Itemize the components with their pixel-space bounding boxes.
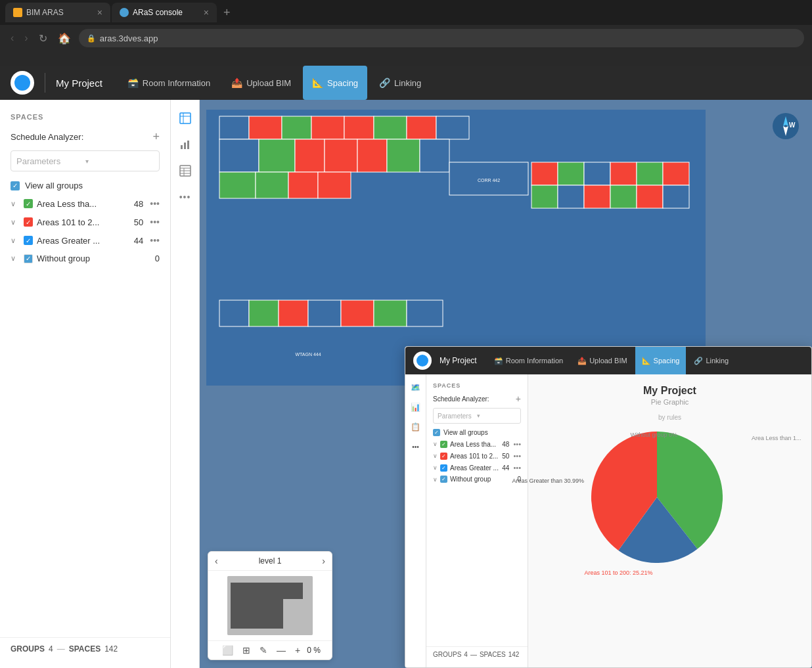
sec-group-checkbox-1[interactable]: ✓ bbox=[440, 453, 447, 460]
upload-bim-icon: 📤 bbox=[231, 78, 242, 88]
svg-rect-48 bbox=[374, 300, 407, 326]
group-chevron-0[interactable]: ∨ bbox=[11, 200, 20, 208]
sec-view-all-checkbox[interactable]: ✓ bbox=[433, 429, 440, 436]
sec-schedule-label: Schedule Analyzer: bbox=[433, 395, 489, 403]
groups-count: 4 bbox=[49, 644, 53, 654]
group-count-2: 44 bbox=[127, 236, 143, 246]
svg-rect-19 bbox=[259, 139, 295, 172]
sec-tab-room-info[interactable]: 🗃️ Room Information bbox=[487, 347, 570, 374]
compass: W bbox=[773, 113, 799, 139]
svg-rect-36 bbox=[663, 162, 689, 185]
sec-group-dots-2[interactable]: ••• bbox=[513, 464, 521, 472]
sec-add-button[interactable]: + bbox=[516, 393, 521, 404]
sec-group-dots-0[interactable]: ••• bbox=[513, 440, 521, 448]
sec-group-checkbox-3[interactable]: ✓ bbox=[440, 476, 447, 483]
browser-tab-aras[interactable]: ARaS console × bbox=[112, 3, 217, 22]
svg-rect-14 bbox=[344, 116, 374, 139]
group-dots-2[interactable]: ••• bbox=[150, 235, 160, 246]
schedule-add-button[interactable]: + bbox=[152, 130, 160, 144]
sec-tab-upload-bim-label: Upload BIM bbox=[589, 357, 627, 365]
schedule-label: Schedule Analyzer: bbox=[11, 132, 83, 142]
mini-nav-footer: ⬜ ⊞ ✎ — + 0 % bbox=[208, 640, 332, 659]
mini-nav-prev[interactable]: ‹ bbox=[215, 556, 218, 566]
params-dropdown[interactable]: Parameters ▾ bbox=[11, 150, 160, 171]
sec-group-checkbox-2[interactable]: ✓ bbox=[440, 464, 447, 472]
sec-table-icon[interactable]: 📋 bbox=[408, 419, 424, 435]
app-logo-inner bbox=[14, 75, 30, 91]
group-checkbox-0[interactable]: ✓ bbox=[24, 199, 33, 208]
tool-zoom-in[interactable]: + bbox=[292, 644, 303, 657]
sec-group-chevron-0[interactable]: ∨ bbox=[433, 441, 438, 447]
sec-params-placeholder: Parameters bbox=[438, 412, 477, 420]
icon-toolbar: ••• bbox=[171, 100, 200, 668]
address-bar[interactable]: 🔒 aras.3dves.app bbox=[79, 29, 804, 47]
group-chevron-3[interactable]: ∨ bbox=[11, 254, 20, 263]
tab-upload-bim[interactable]: 📤 Upload BIM bbox=[222, 66, 300, 100]
group-checkbox-3[interactable]: ✓ bbox=[24, 254, 33, 263]
pie-chart: Area Less than 1... Areas Greater than 3… bbox=[591, 432, 749, 589]
tab-room-information[interactable]: 🗃️ Room Information bbox=[118, 66, 219, 100]
sec-tab-upload-bim[interactable]: 📤 Upload BIM bbox=[571, 347, 633, 374]
nav-forward[interactable]: › bbox=[22, 30, 30, 47]
sec-group-item-0: ∨ ✓ Area Less tha... 48 ••• bbox=[426, 438, 528, 450]
group-chevron-1[interactable]: ∨ bbox=[11, 218, 20, 227]
sec-group-chevron-2[interactable]: ∨ bbox=[433, 464, 438, 471]
group-dots-0[interactable]: ••• bbox=[150, 198, 160, 209]
mini-map-svg bbox=[227, 576, 313, 635]
url-text: aras.3dves.app bbox=[100, 33, 158, 43]
secondary-navbar: My Project 🗃️ Room Information 📤 Upload … bbox=[405, 347, 811, 374]
svg-rect-47 bbox=[341, 300, 374, 326]
svg-text:WTAGN 444: WTAGN 444 bbox=[295, 352, 321, 357]
chart-by-label: by rules bbox=[658, 414, 681, 421]
svg-rect-21 bbox=[325, 139, 357, 172]
table-view-button[interactable] bbox=[175, 160, 196, 181]
sec-more-icon[interactable]: ••• bbox=[408, 439, 424, 455]
svg-rect-12 bbox=[282, 116, 311, 139]
svg-rect-20 bbox=[295, 139, 325, 172]
browser-tab-bim[interactable]: BIM ARAS × bbox=[5, 3, 110, 22]
sec-params-dropdown[interactable]: Parameters ▾ bbox=[433, 408, 521, 424]
tool-grid[interactable]: ⊞ bbox=[240, 644, 253, 657]
sec-map-icon[interactable]: 🗺️ bbox=[408, 380, 424, 395]
svg-rect-17 bbox=[436, 116, 469, 139]
map-view-button[interactable] bbox=[175, 108, 196, 129]
sec-group-chevron-1[interactable]: ∨ bbox=[433, 453, 438, 459]
svg-rect-26 bbox=[256, 172, 288, 198]
sec-group-dots-1[interactable]: ••• bbox=[513, 452, 521, 460]
svg-rect-41 bbox=[637, 185, 663, 208]
tool-square[interactable]: ⬜ bbox=[219, 644, 236, 657]
sec-chart-icon[interactable]: 📊 bbox=[408, 399, 424, 415]
mini-nav-next[interactable]: › bbox=[322, 556, 325, 566]
sec-tab-spacing[interactable]: 📐 Spacing bbox=[635, 347, 687, 374]
aras-tab-close[interactable]: × bbox=[204, 7, 209, 18]
view-all-checkbox[interactable]: ✓ bbox=[11, 181, 20, 190]
sec-tab-linking[interactable]: 🔗 Linking bbox=[687, 347, 735, 374]
nav-reload[interactable]: ↻ bbox=[36, 30, 50, 47]
pie-label-without-group: Without group 0% bbox=[631, 432, 678, 438]
group-checkbox-1[interactable]: ✓ bbox=[24, 217, 33, 227]
chart-view-button[interactable] bbox=[175, 134, 196, 155]
bim-tab-close[interactable]: × bbox=[97, 7, 102, 18]
tool-zoom-out[interactable]: — bbox=[274, 644, 288, 657]
svg-rect-3 bbox=[187, 141, 189, 149]
pie-label-areas-greater: Areas Greater than 30.99% bbox=[512, 478, 585, 484]
group-checkbox-2[interactable]: ✓ bbox=[24, 236, 33, 245]
sec-group-checkbox-0[interactable]: ✓ bbox=[440, 441, 447, 448]
sec-tab-spacing-label: Spacing bbox=[654, 357, 680, 365]
more-options-button[interactable]: ••• bbox=[175, 187, 196, 208]
group-chevron-2[interactable]: ∨ bbox=[11, 236, 20, 245]
svg-rect-16 bbox=[407, 116, 436, 139]
secondary-project-name: My Project bbox=[440, 356, 477, 365]
tool-edit[interactable]: ✎ bbox=[257, 644, 270, 657]
tab-linking[interactable]: 🔗 Linking bbox=[370, 66, 430, 100]
nav-home[interactable]: 🏠 bbox=[55, 30, 74, 47]
secondary-chart-area: My Project Pie Graphic by rules bbox=[528, 374, 811, 667]
group-dots-1[interactable]: ••• bbox=[150, 217, 160, 227]
sec-group-name-1: Areas 101 to 2... bbox=[450, 453, 499, 460]
nav-back[interactable]: ‹ bbox=[8, 30, 16, 47]
new-tab-button[interactable]: + bbox=[218, 6, 236, 20]
svg-rect-33 bbox=[584, 162, 610, 185]
sec-group-name-0: Area Less tha... bbox=[450, 441, 499, 448]
sec-group-chevron-3[interactable]: ∨ bbox=[433, 476, 438, 483]
tab-spacing[interactable]: 📐 Spacing bbox=[303, 66, 367, 100]
